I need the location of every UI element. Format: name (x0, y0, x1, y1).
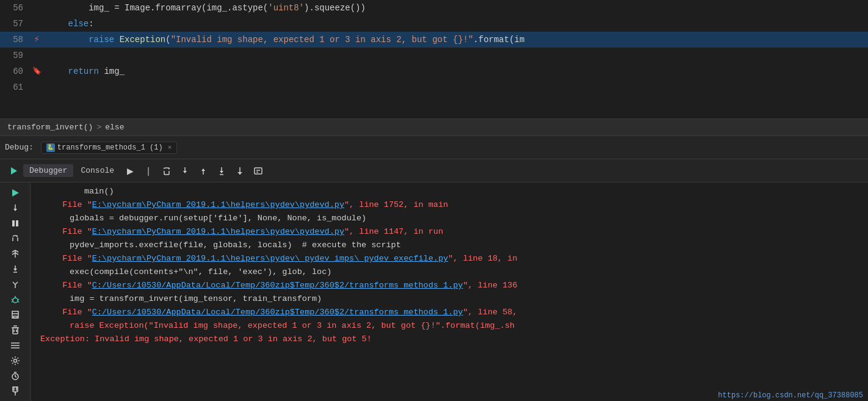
console-line-3: File "E:\pycharm\PyCharm 2019.1.1\helper… (31, 252, 868, 266)
link-pydevd-1752[interactable]: E:\pycharm\PyCharm 2019.1.1\helpers\pyde… (92, 200, 344, 209)
console-line-1: File "E:\pycharm\PyCharm 2019.1.1\helper… (31, 198, 868, 212)
code-line-56: 56 img_ = Image.fromarray(img_.astype('u… (0, 0, 868, 16)
line-content-56: img_ = Image.fromarray(img_.astype('uint… (43, 0, 868, 16)
step-over-vertical-icon[interactable] (7, 232, 24, 245)
code-line-58: 58 ⚡ raise Exception("Invalid img shape,… (0, 32, 868, 48)
console-img-transform-text: img = transform_invert(img_tensor, train… (35, 292, 322, 306)
console-execfile-text: pydev_imports.execfile(file, globals, lo… (35, 239, 401, 252)
status-bar: https://blog.csdn.net/qq_37388085 (713, 390, 868, 401)
console-line-5: File "C:/Users/10530/AppData/Local/Temp/… (31, 306, 868, 319)
step-into-button[interactable] (176, 163, 193, 179)
console-area: main() File "E:\pycharm\PyCharm 2019.1.1… (31, 182, 868, 401)
line-content-58: raise Exception("Invalid img shape, expe… (43, 32, 868, 48)
svg-rect-15 (12, 220, 15, 226)
step-over-button[interactable] (158, 163, 175, 179)
settings-icon[interactable] (7, 354, 24, 367)
debug-label: Debug: (5, 143, 34, 152)
console-file-5: File "C:/Users/10530/AppData/Local/Temp/… (35, 306, 518, 319)
console-line-img-transform: img = transform_invert(img_tensor, train… (31, 292, 868, 306)
console-line-raise: raise Exception("Invalid img shape, expe… (31, 319, 868, 333)
console-file-3: File "E:\pycharm\PyCharm 2019.1.1\helper… (35, 252, 518, 266)
svg-rect-10 (255, 168, 262, 174)
svg-marker-13 (12, 189, 19, 197)
run-to-cursor-btn2[interactable] (231, 163, 248, 179)
pin-icon[interactable] (7, 385, 24, 397)
force-step-icon[interactable] (7, 262, 24, 275)
gutter-58: ⚡ (31, 32, 43, 48)
link-transforms-136[interactable]: C:/Users/10530/AppData/Local/Temp/360zip… (92, 281, 463, 290)
breadcrumb-sep: > (96, 123, 101, 132)
status-url: https://blog.csdn.net/qq_37388085 (718, 391, 863, 400)
code-line-61: 61 (0, 79, 868, 95)
svg-rect-16 (16, 220, 18, 226)
link-execfile-18[interactable]: E:\pycharm\PyCharm 2019.1.1\helpers\pyde… (92, 254, 448, 263)
svg-marker-0 (11, 167, 17, 175)
svg-marker-9 (237, 172, 242, 175)
console-line-exception: Exception: Invalid img shape, expected 1… (31, 333, 868, 346)
bookmark-icon: 🔖 (32, 63, 42, 79)
console-line-globals: globals = debugger.run(setup['file'], No… (31, 212, 868, 225)
breadcrumb-func[interactable]: transform_invert() (7, 123, 93, 132)
line-number-57: 57 (0, 16, 31, 32)
pause-icon[interactable] (7, 217, 24, 229)
run-to-cursor-button[interactable]: ▶ (121, 163, 139, 179)
svg-rect-30 (13, 316, 17, 318)
breadcrumb-block[interactable]: else (105, 123, 124, 132)
code-line-57: 57 else: (0, 16, 868, 32)
console-line-exec: exec(compile(contents+"\n", file, 'exec'… (31, 266, 868, 279)
line-number-58: 58 (0, 32, 31, 48)
link-transforms-58[interactable]: C:/Users/10530/AppData/Local/Temp/360zip… (92, 308, 463, 317)
resume-button[interactable] (5, 163, 22, 179)
console-exec-text: exec(compile(contents+"\n", file, 'exec'… (35, 266, 331, 279)
step-down-icon[interactable] (7, 201, 24, 214)
console-globals-text: globals = debugger.run(setup['file'], No… (35, 212, 366, 225)
line-content-57: else: (43, 16, 868, 32)
console-file-4: File "C:/Users/10530/AppData/Local/Temp/… (35, 279, 518, 292)
line-content-60: return img_ (43, 63, 868, 79)
console-line-4: File "C:/Users/10530/AppData/Local/Temp/… (31, 279, 868, 292)
python-icon: 🐍 (46, 143, 55, 152)
code-editor: 56 img_ = Image.fromarray(img_.astype('u… (0, 0, 868, 119)
main-container: main() File "E:\pycharm\PyCharm 2019.1.1… (0, 182, 868, 401)
code-lines: 56 img_ = Image.fromarray(img_.astype('u… (0, 0, 868, 95)
svg-line-41 (15, 377, 16, 377)
code-line-60: 60 🔖 return img_ (0, 63, 868, 79)
tab-console[interactable]: Console (74, 164, 120, 177)
print-icon[interactable] (7, 308, 24, 321)
delete-icon[interactable] (7, 323, 24, 336)
redirect-input-icon[interactable] (7, 247, 24, 260)
gutter-60: 🔖 (31, 63, 43, 79)
console-exception-text: Exception: Invalid img shape, expected 1… (35, 333, 372, 346)
svg-rect-32 (13, 328, 18, 334)
code-line-59: 59 (0, 48, 868, 63)
svg-line-27 (12, 302, 13, 302)
console-file-1: File "E:\pycharm\PyCharm 2019.1.1\helper… (35, 198, 448, 212)
debugger-toolbar: Debugger Console ▶ | (0, 159, 868, 182)
smart-step-icon[interactable] (7, 278, 24, 291)
debug-tab[interactable]: 🐍 transforms_methods_1 (1) × (41, 142, 177, 154)
debug-bug-icon[interactable] (7, 293, 24, 306)
variables-icon[interactable] (7, 339, 24, 352)
evaluate-button[interactable] (250, 163, 267, 179)
line-number-56: 56 (0, 0, 31, 16)
console-raise-text: raise Exception("Invalid img shape, expe… (35, 319, 515, 333)
timer-icon[interactable] (7, 369, 24, 382)
step-into-mycode-button[interactable] (213, 163, 230, 179)
debug-tab-name: transforms_methods_1 (1) (57, 143, 163, 152)
breakpoint-icon: ⚡ (34, 32, 40, 48)
left-sidebar (0, 182, 31, 401)
breadcrumb-bar: transform_invert() > else (0, 119, 868, 136)
link-pydevd-1147[interactable]: E:\pycharm\PyCharm 2019.1.1\helpers\pyde… (92, 227, 344, 236)
svg-line-28 (18, 302, 19, 302)
toolbar-sep: | (140, 163, 157, 179)
line-number-61: 61 (0, 79, 31, 95)
debug-header: Debug: 🐍 transforms_methods_1 (1) × (0, 136, 868, 159)
console-line-execfile: pydev_imports.execfile(file, globals, lo… (31, 239, 868, 252)
tab-debugger[interactable]: Debugger (23, 164, 73, 177)
resume-sidebar-icon[interactable] (7, 186, 24, 199)
line-number-59: 59 (0, 48, 31, 63)
console-file-2: File "E:\pycharm\PyCharm 2019.1.1\helper… (35, 225, 443, 239)
console-line-main: main() (31, 185, 868, 198)
close-tab-icon[interactable]: × (168, 144, 172, 151)
step-out-button[interactable] (195, 163, 212, 179)
